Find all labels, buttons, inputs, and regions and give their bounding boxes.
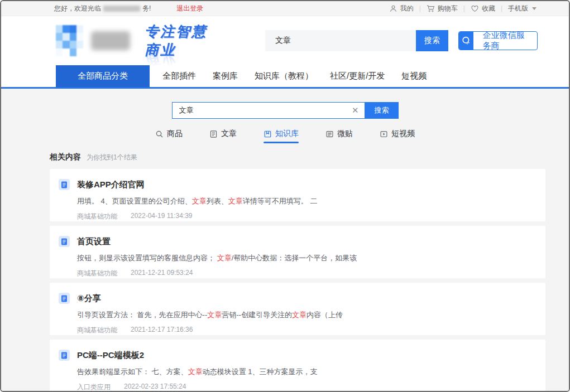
result-category: 商城基础功能	[77, 212, 117, 221]
tab-posts-label: 微贴	[337, 129, 353, 139]
result-category: 入口类应用	[77, 383, 111, 392]
result-tabs: 商品 文章 知识库 微贴 短视频	[1, 129, 569, 143]
knowledge-icon	[264, 130, 272, 138]
result-description: 引导页设置方法： 首先，先在应用中心--文章营销--创建引导关注的文章内容（上传	[77, 310, 534, 320]
tab-shortvideo[interactable]: 短视频	[380, 129, 415, 143]
tab-goods-label: 商品	[167, 129, 183, 139]
brand-name-blurred	[91, 31, 130, 50]
wecom-icon	[461, 35, 472, 46]
highlighted-keyword: 文章	[192, 197, 207, 205]
brand-slogan: 专注智慧商业	[145, 22, 219, 59]
my-account-label: 我的	[400, 4, 414, 13]
separator: |	[419, 4, 421, 12]
wecom-button-label: 企业微信服务商	[473, 31, 537, 50]
result-category: 商城基础功能	[77, 269, 117, 278]
search-section: ✕ 搜索	[1, 102, 569, 119]
result-item[interactable]: 首页设置 按钮，则显示该设置填写的客服信息内容； 文章/帮助中心数据：选择一个平…	[50, 226, 545, 278]
search-icon	[155, 130, 164, 138]
highlighted-keyword: 文章	[207, 311, 222, 319]
nav-item-plugins[interactable]: 全部插件	[154, 71, 204, 81]
favorites-label: 收藏	[482, 4, 495, 13]
result-date: 2022-02-23 17:55:24	[124, 383, 186, 392]
site-header: 专注智慧商业 搜索 企业微信服务商	[1, 16, 569, 65]
search-button[interactable]: 搜索	[365, 102, 399, 119]
nav-items: 全部插件 案例库 知识库（教程） 社区/更新/开发 短视频	[154, 65, 435, 87]
result-meta: 商城基础功能 2022-04-19 11:34:39	[77, 212, 534, 221]
mobile-version-menu[interactable]: 手机版	[508, 4, 537, 13]
tab-articles-label: 文章	[221, 129, 237, 139]
document-icon	[59, 236, 70, 247]
cart-label: 购物车	[438, 4, 458, 13]
result-category: 商城基础功能	[77, 326, 117, 335]
results-column: 相关内容 为你找到1个结果 装修APP介绍官网 用填。 4、页面设置里的公司介绍…	[50, 152, 545, 392]
heart-icon	[471, 4, 479, 13]
highlighted-keyword: 文章	[217, 254, 232, 262]
highlighted-keyword: 文章	[228, 197, 243, 205]
result-title: PC端--PC端模板2	[77, 350, 144, 361]
results-list: 装修APP介绍官网 用填。 4、页面设置里的公司介绍、文章列表、文章详情等可不用…	[50, 169, 545, 392]
header-search-input[interactable]	[265, 30, 416, 51]
content-area: ✕ 搜索 商品 文章 知识库 微贴 短视频 相关内容 为你找到1个结果	[1, 89, 569, 392]
result-date: 2021-12-17 17:16:36	[131, 326, 193, 335]
tab-goods[interactable]: 商品	[155, 129, 183, 143]
result-title: 首页设置	[77, 236, 111, 247]
result-title: ⑧分享	[77, 293, 101, 304]
tab-knowledge-label: 知识库	[275, 129, 299, 139]
article-icon	[209, 130, 218, 138]
greeting-prefix: 您好，欢迎光临	[54, 4, 101, 13]
nav-item-knowledge[interactable]: 知识库（教程）	[246, 71, 322, 81]
logout-link[interactable]: 退出登录	[176, 4, 203, 13]
result-title: 装修APP介绍官网	[77, 180, 145, 190]
greeting-suffix: 务!	[142, 4, 151, 13]
user-icon	[389, 4, 397, 13]
result-description: 按钮，则显示该设置填写的客服信息内容； 文章/帮助中心数据：选择一个平台，如果该	[77, 253, 534, 263]
all-categories-button[interactable]: 全部商品分类	[56, 65, 150, 87]
results-count: 为你找到1个结果	[87, 153, 137, 162]
separator: |	[463, 4, 465, 12]
result-item[interactable]: PC端--PC端模板2 告效果前端显示如下： 七、方案、文章动态模块设置 1、三…	[50, 340, 545, 392]
search-input-wrap: ✕	[172, 102, 365, 119]
logo-mark-blurred	[56, 25, 83, 56]
result-meta: 商城基础功能 2021-12-21 09:53:24	[77, 269, 534, 278]
separator: |	[501, 4, 502, 12]
nav-item-community[interactable]: 社区/更新/开发	[322, 71, 393, 81]
highlighted-keyword: 文章	[292, 311, 306, 319]
results-header: 相关内容 为你找到1个结果	[50, 152, 545, 162]
chevron-down-icon	[532, 7, 537, 10]
highlighted-keyword: 文章	[188, 367, 203, 376]
document-icon	[59, 179, 70, 190]
wecom-service-button[interactable]: 企业微信服务商	[458, 31, 538, 50]
tab-shortvideo-label: 短视频	[391, 129, 415, 139]
cart-icon	[427, 4, 435, 13]
tab-posts[interactable]: 微贴	[325, 129, 353, 143]
result-date: 2021-12-21 09:53:24	[131, 269, 193, 278]
favorites-link[interactable]: 收藏	[471, 4, 495, 13]
result-description: 告效果前端显示如下： 七、方案、文章动态模块设置 1、三种方案显示，支	[77, 367, 534, 377]
document-icon	[59, 293, 70, 304]
main-nav: 全部商品分类 全部插件 案例库 知识库（教程） 社区/更新/开发 短视频	[1, 65, 569, 87]
result-item[interactable]: ⑧分享 引导页设置方法： 首先，先在应用中心--文章营销--创建引导关注的文章内…	[50, 283, 545, 335]
tab-articles[interactable]: 文章	[209, 129, 237, 143]
result-description: 用填。 4、页面设置里的公司介绍、文章列表、文章详情等可不用填写。 二	[77, 196, 534, 206]
topbar: 您好，欢迎光临 务! 退出登录 我的 | 购物车 | 收藏 | 手机版	[1, 1, 569, 16]
header-search-button[interactable]: 搜索	[416, 30, 448, 51]
mobile-version-label: 手机版	[508, 4, 528, 13]
my-account-link[interactable]: 我的	[389, 4, 414, 13]
topbar-links: 我的 | 购物车 | 收藏 | 手机版	[389, 4, 537, 13]
result-date: 2022-04-19 11:34:39	[131, 212, 193, 221]
cart-link[interactable]: 购物车	[427, 4, 458, 13]
results-title: 相关内容	[50, 152, 81, 162]
nav-item-cases[interactable]: 案例库	[204, 71, 246, 81]
logo[interactable]: 专注智慧商业	[56, 22, 219, 59]
greeting: 您好，欢迎光临 务!	[54, 4, 151, 13]
header-search: 搜索	[265, 30, 448, 51]
video-icon	[380, 130, 388, 138]
tab-knowledge[interactable]: 知识库	[264, 129, 299, 143]
wecom-icon-box	[459, 31, 473, 50]
result-item[interactable]: 装修APP介绍官网 用填。 4、页面设置里的公司介绍、文章列表、文章详情等可不用…	[50, 169, 545, 221]
nav-item-shortvideo[interactable]: 短视频	[393, 71, 435, 81]
result-meta: 入口类应用 2022-02-23 17:55:24	[77, 383, 534, 392]
search-input[interactable]	[173, 107, 346, 115]
clear-search-icon[interactable]: ✕	[346, 105, 365, 115]
post-icon	[325, 130, 334, 138]
